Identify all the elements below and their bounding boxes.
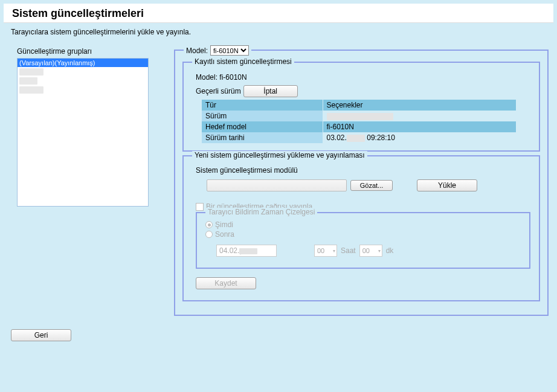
back-button[interactable]: Geri — [11, 329, 71, 341]
page-subtitle: Tarayıcılara sistem güncelleştirmelerini… — [11, 28, 557, 36]
col-type: Tür — [202, 100, 323, 111]
upload-fieldset: Yeni sistem güncelleştirmesi yükleme ve … — [182, 155, 540, 301]
list-item[interactable]: . — [18, 76, 148, 85]
registered-fieldset: Kayıtlı sistem güncelleştirmesi Model: f… — [182, 62, 540, 152]
registered-model: Model: fi-6010N — [196, 73, 530, 82]
col-date: Sürüm tarihi — [202, 132, 323, 143]
hour-unit: Saat — [341, 246, 356, 255]
model-select[interactable]: fi-6010N — [210, 45, 249, 56]
page-title: Sistem güncelleştirmeleri — [4, 4, 553, 23]
groups-label: Güncelleştirme grupları — [17, 47, 174, 56]
upload-button[interactable]: Yükle — [417, 179, 477, 191]
radio-later[interactable] — [205, 231, 213, 238]
schedule-legend: Tarayıcı Bildirim Zaman Çizelgesi — [205, 208, 317, 216]
list-item[interactable]: (Varsayılan)(Yayınlanmış) — [18, 59, 148, 67]
upload-legend: Yeni sistem güncelleştirmesi yükleme ve … — [192, 151, 367, 159]
minute-unit: dk — [386, 246, 394, 255]
col-version: Sürüm — [202, 111, 323, 121]
browse-button[interactable]: Gözat... — [350, 180, 393, 191]
val-type: Seçenekler — [323, 100, 516, 111]
publish-checkbox[interactable] — [196, 203, 204, 211]
save-button[interactable]: Kaydet — [196, 277, 256, 289]
date-input[interactable]: 04.02.. — [216, 245, 277, 257]
minute-select[interactable]: 00▾ — [359, 245, 382, 257]
current-version-label: Geçerli sürüm — [196, 87, 241, 95]
list-item[interactable]: . — [18, 85, 148, 94]
file-path-input[interactable] — [207, 179, 347, 191]
model-label: Model: — [186, 47, 208, 55]
val-target: fi-6010N — [323, 121, 516, 132]
radio-later-label: Sonra — [215, 230, 234, 239]
hour-select[interactable]: 00▾ — [314, 245, 337, 257]
val-version: . — [323, 111, 516, 121]
radio-now[interactable] — [205, 221, 213, 228]
registered-legend: Kayıtlı sistem güncelleştirmesi — [192, 57, 294, 66]
schedule-fieldset: Tarayıcı Bildirim Zaman Çizelgesi Şimdi … — [196, 212, 530, 269]
list-item[interactable]: . — [18, 67, 148, 76]
info-table: Tür Seçenekler Sürüm . Hedef model fi-60… — [202, 100, 516, 143]
cancel-button[interactable]: İptal — [243, 85, 298, 97]
col-target: Hedef model — [202, 121, 323, 132]
val-date: 03.02.. 09:28:10 — [323, 132, 516, 143]
module-label: Sistem güncelleştirmesi modülü — [196, 166, 530, 175]
radio-now-label: Şimdi — [215, 220, 233, 229]
model-fieldset: Model: fi-6010N Kayıtlı sistem güncelleş… — [174, 50, 549, 316]
groups-listbox[interactable]: (Varsayılan)(Yayınlanmış) . . . — [17, 58, 149, 207]
